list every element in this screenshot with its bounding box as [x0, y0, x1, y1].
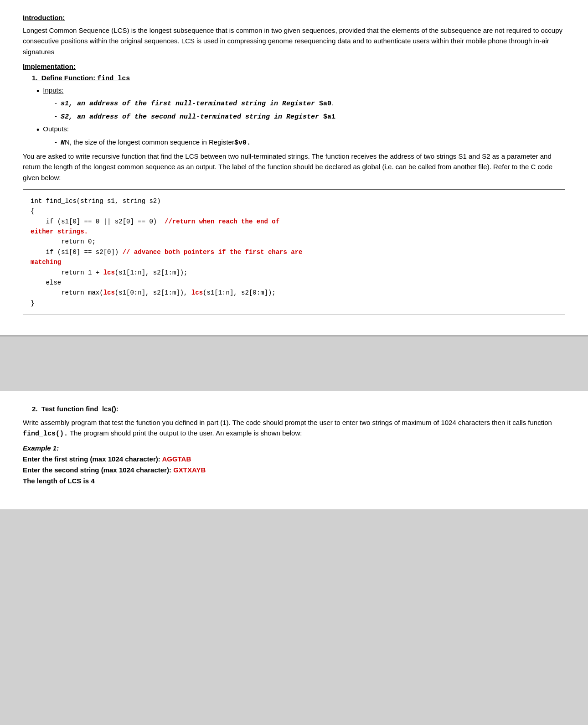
n-text-label: N, the size of the longest common sequen…	[65, 138, 234, 146]
example-line-1: Enter the first string (max 1024 charact…	[23, 454, 565, 465]
s2-input: - S2, an address of the second null-term…	[55, 111, 565, 123]
code-line-1: int find_lcs(string s1, string s2)	[31, 196, 557, 206]
code-line-4: either strings.	[31, 227, 557, 237]
code-line-7: matching	[31, 257, 557, 267]
intro-title: Introduction:	[23, 14, 565, 21]
numbered-item-1: 1. Define Function: find_lcs	[32, 74, 565, 83]
body-paragraph: You are asked to write recursive functio…	[23, 151, 565, 183]
s2-text: S2, an address of the second null-termin…	[61, 111, 335, 123]
n-text-container: NN, the size of the longest common seque…	[61, 137, 251, 149]
test-func-body1: Write assembly program that test the fun…	[23, 419, 552, 426]
define-func-name: find_lcs	[97, 75, 130, 83]
s1-input: - s1, an address of the first null-termi…	[55, 98, 565, 109]
numbered-item-2-container: 2. Test function find_lcs():	[23, 405, 565, 413]
numbered-item-1-number: 1.	[32, 74, 38, 82]
outputs-bullet: • Outputs:	[36, 125, 565, 135]
numbered-item-2: 2. Test function find_lcs():	[32, 405, 119, 413]
outputs-dash-list: - NN, the size of the longest common seq…	[55, 137, 565, 149]
code-line-11: }	[31, 298, 557, 308]
code-line-2: {	[31, 206, 557, 216]
example-line2-label: Enter the second string (max 1024 charac…	[23, 466, 173, 474]
inputs-bullet: • Inputs:	[36, 86, 565, 97]
numbered-item-2-number: 2.	[32, 405, 38, 413]
example-line2-value: GXTXAYB	[173, 466, 206, 474]
code-line-3: if (s1[0] == 0 || s2[0] == 0) //return w…	[31, 217, 557, 227]
test-func-text: Test function find_lcs():	[41, 405, 119, 413]
s1-text: s1, an address of the first null-termina…	[61, 98, 333, 109]
example-line-3: The length of LCS is 4	[23, 476, 565, 487]
code-line-5: return 0;	[31, 237, 557, 247]
example-label: Example 1:	[23, 444, 565, 452]
code-line-8: return 1 + lcs(s1[1:n], s2[1:m]);	[31, 268, 557, 278]
page-container: Introduction: Longest Common Sequence (L…	[0, 0, 588, 509]
page-bottom: 2. Test function find_lcs(): Write assem…	[0, 391, 588, 509]
n-italic: N	[61, 139, 65, 147]
outputs-label: Outputs:	[43, 125, 69, 133]
s2-text-content: S2, an address of the second null-termin…	[61, 113, 323, 121]
impl-title: Implementation:	[23, 62, 565, 70]
example-line1-label: Enter the first string (max 1024 charact…	[23, 455, 162, 463]
s2-code: S2, an address of the second null-termin…	[61, 113, 323, 121]
s2-register: $a1	[323, 113, 335, 121]
example-line1-value: AGGTAB	[162, 455, 191, 463]
inputs-dash-list: - s1, an address of the first null-termi…	[55, 98, 565, 122]
s1-code: s1, an address of the first null-termina…	[61, 100, 319, 108]
inputs-label: Inputs:	[43, 86, 63, 94]
dash-s2: -	[55, 111, 57, 122]
s1-register: $a0	[319, 100, 331, 108]
n-register: $v0.	[234, 139, 251, 147]
page-top: Introduction: Longest Common Sequence (L…	[0, 0, 588, 337]
code-line-6: if (s1[0] == s2[0]) // advance both poin…	[31, 247, 557, 257]
dash-s1: -	[55, 98, 57, 109]
outputs-section: • Outputs: - NN, the size of the longest…	[36, 125, 565, 148]
bullet-dot-inputs: •	[36, 86, 39, 97]
test-func-paragraph: Write assembly program that test the fun…	[23, 417, 565, 440]
dash-n: -	[55, 137, 57, 148]
n-output: - NN, the size of the longest common seq…	[55, 137, 565, 149]
example-line-2: Enter the second string (max 1024 charac…	[23, 465, 565, 476]
test-func-label-text: Test function find_lcs():	[41, 405, 119, 413]
define-func-text: Define Function:	[41, 74, 95, 82]
gap-section	[0, 337, 588, 391]
intro-paragraph: Longest Common Sequence (LCS) is the lon…	[23, 25, 565, 57]
inputs-section: • Inputs: - s1, an address of the first …	[36, 86, 565, 122]
test-func-body2: The program should print the output to t…	[68, 429, 302, 437]
code-line-10: return max(lcs(s1[0:n], s2[1:m]), lcs(s1…	[31, 288, 557, 298]
code-box: int find_lcs(string s1, string s2) { if …	[23, 189, 565, 315]
code-line-9: else	[31, 278, 557, 288]
bullet-dot-outputs: •	[36, 125, 39, 135]
test-func-code: find_lcs().	[23, 430, 68, 438]
